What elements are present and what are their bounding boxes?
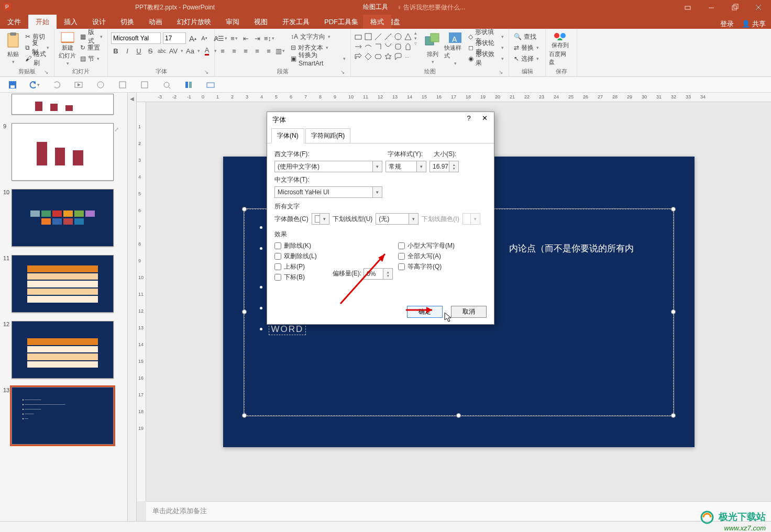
shadow-button[interactable]: abc: [157, 46, 167, 56]
chinese-font-combo[interactable]: Microsoft YaHei UI▾: [274, 186, 382, 198]
decrease-indent-button[interactable]: ⇤: [241, 34, 250, 43]
equal-height-checkbox[interactable]: 等高字符(Q): [398, 262, 455, 271]
font-size-input[interactable]: [163, 32, 186, 44]
tab-file[interactable]: 文件: [0, 15, 28, 29]
slide-thumbnail[interactable]: 12: [0, 319, 127, 385]
italic-button[interactable]: I: [123, 46, 132, 56]
all-text-label: 所有文字: [274, 202, 487, 211]
ribbon-display-options[interactable]: [676, 0, 699, 15]
qat-redo-icon[interactable]: [51, 80, 62, 90]
dialog-tab-spacing[interactable]: 字符间距(R): [305, 128, 351, 143]
smallcaps-checkbox[interactable]: 小型大写字母(M): [398, 241, 455, 250]
dialog-help-button[interactable]: ?: [464, 114, 474, 125]
qat-start-icon[interactable]: [73, 80, 84, 90]
tab-slideshow[interactable]: 幻灯片放映: [170, 15, 218, 29]
font-name-input[interactable]: [111, 32, 161, 44]
tab-format[interactable]: 格式: [363, 15, 391, 29]
clipboard-dialog-launcher[interactable]: ↘: [42, 68, 50, 75]
outline-collapse-toggle[interactable]: ◀: [128, 93, 137, 521]
text-direction-button[interactable]: ↕A文字方向▾: [289, 31, 347, 42]
underline-type-combo[interactable]: (无)▾: [376, 213, 418, 225]
slide-thumbnail[interactable]: 11: [0, 253, 127, 319]
subscript-checkbox[interactable]: 下标(B): [274, 273, 317, 282]
tab-developer[interactable]: 开发工具: [275, 15, 317, 29]
align-left-button[interactable]: ≡: [218, 46, 227, 56]
paragraph-dialog-launcher[interactable]: ↘: [339, 68, 346, 75]
double-strike-checkbox[interactable]: 双删除线(L): [274, 252, 317, 261]
qat-undo-icon[interactable]: ▾: [29, 80, 40, 90]
minimize-button[interactable]: [699, 0, 723, 15]
layout-button[interactable]: ▦版式▾: [79, 31, 104, 42]
grow-font-button[interactable]: A▴: [188, 34, 197, 43]
format-painter-button[interactable]: 🖌格式刷: [24, 53, 51, 64]
superscript-checkbox[interactable]: 上标(P): [274, 262, 317, 271]
align-right-button[interactable]: ≡: [241, 46, 250, 56]
shapes-gallery[interactable]: ⋯: [354, 32, 413, 62]
find-button[interactable]: 🔍查找: [512, 31, 541, 42]
notes-pane[interactable]: 单击此处添加备注: [146, 501, 771, 521]
strike-checkbox[interactable]: 删除线(K): [274, 241, 317, 250]
replace-button[interactable]: ⇄替换▾: [512, 42, 541, 53]
qat-tool3-icon[interactable]: [161, 80, 172, 90]
strike-button[interactable]: S: [146, 46, 155, 56]
change-case-button[interactable]: Aa: [185, 46, 195, 56]
columns-button[interactable]: ▥▾: [276, 46, 285, 56]
section-button[interactable]: ▤节▾: [79, 53, 104, 64]
qat-tool2-icon[interactable]: [139, 80, 150, 90]
dialog-tab-font[interactable]: 字体(N): [271, 128, 304, 143]
tab-view[interactable]: 视图: [247, 15, 275, 29]
western-font-combo[interactable]: (使用中文字体)▾: [274, 161, 382, 172]
arrange-button[interactable]: 排列▾: [422, 30, 443, 66]
drawing-dialog-launcher[interactable]: ↘: [497, 68, 504, 75]
justify-button[interactable]: ≡: [252, 46, 262, 56]
align-center-button[interactable]: ≡: [229, 46, 239, 56]
font-dialog-launcher[interactable]: ↘: [203, 68, 210, 75]
convert-smartart-button[interactable]: ▣转换为 SmartArt▾: [289, 53, 347, 64]
new-slide-button[interactable]: 新建 幻灯片▾: [58, 30, 78, 66]
qat-tool4-icon[interactable]: [183, 80, 194, 90]
slide-thumbnail[interactable]: 13 ● ─────────● ──────────────────────● …: [0, 385, 127, 451]
close-button[interactable]: [746, 0, 770, 15]
allcaps-checkbox[interactable]: 全部大写(A): [398, 252, 455, 261]
tab-transition[interactable]: 切换: [113, 15, 141, 29]
select-button[interactable]: ↖选择▾: [512, 53, 541, 64]
line-spacing-button[interactable]: ≡↕▾: [264, 34, 274, 43]
tab-home[interactable]: 开始: [28, 15, 57, 29]
restore-button[interactable]: [723, 0, 746, 15]
cancel-button[interactable]: 取消: [451, 306, 487, 318]
reset-button[interactable]: ↻重置: [79, 42, 104, 53]
shrink-font-button[interactable]: A▾: [200, 34, 209, 43]
numbering-button[interactable]: ≡▾: [229, 34, 239, 43]
increase-indent-button[interactable]: ⇥: [252, 34, 262, 43]
font-style-combo[interactable]: 常规▾: [386, 161, 426, 172]
tab-insert[interactable]: 插入: [57, 15, 85, 29]
tell-me-input[interactable]: 告诉我您想要做什么...: [403, 4, 465, 11]
char-spacing-button[interactable]: AV: [169, 46, 178, 56]
tab-animation[interactable]: 动画: [141, 15, 170, 29]
font-color-button[interactable]: A: [202, 46, 212, 56]
tab-design[interactable]: 设计: [85, 15, 113, 29]
login-link[interactable]: 登录: [720, 19, 734, 29]
underline-button[interactable]: U: [134, 46, 144, 56]
bullets-button[interactable]: ☰▾: [218, 34, 227, 43]
distribute-button[interactable]: ≡: [264, 46, 273, 56]
quick-styles-button[interactable]: A 快速样式▾: [444, 30, 465, 66]
font-size-spinner[interactable]: 16.97▴▾: [429, 161, 459, 172]
slide-thumbnail[interactable]: 10: [0, 187, 127, 253]
bold-button[interactable]: B: [111, 46, 120, 56]
paste-button[interactable]: 粘贴▾: [3, 30, 23, 66]
qat-tool5-icon[interactable]: [205, 80, 216, 90]
dialog-close-button[interactable]: ✕: [478, 114, 491, 125]
shape-effects-button[interactable]: ◉形状效果▾: [467, 53, 505, 64]
tab-pdf[interactable]: PDF工具集: [317, 15, 366, 29]
slide-thumbnails-panel[interactable]: 9 ⤢ 10 11 12 13 ● ─────────● ─────────: [0, 93, 128, 521]
qat-touch-icon[interactable]: [95, 80, 106, 90]
qat-tool1-icon[interactable]: [117, 80, 128, 90]
save-to-baidu-button[interactable]: 保存到 百度网盘: [549, 30, 571, 66]
slide-thumbnail[interactable]: [0, 94, 127, 121]
font-color-picker[interactable]: ▾: [312, 213, 329, 225]
tab-review[interactable]: 审阅: [218, 15, 247, 29]
share-button[interactable]: 👤 共享: [742, 19, 766, 29]
slide-thumbnail[interactable]: 9 ⤢: [0, 121, 127, 187]
qat-save-icon[interactable]: [7, 80, 18, 90]
